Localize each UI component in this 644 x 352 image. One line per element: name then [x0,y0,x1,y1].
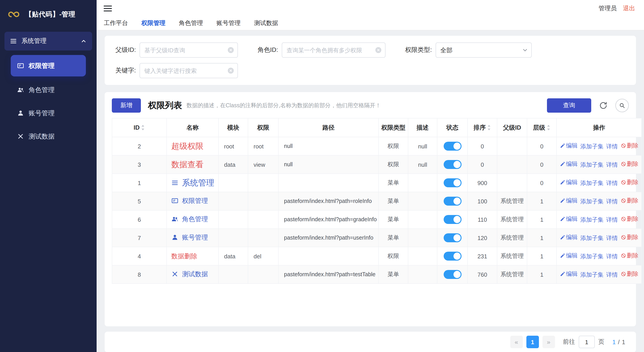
op-edit-link[interactable]: 编辑 [560,270,578,278]
op-detail-link[interactable]: 详情 [606,179,618,187]
op-add-child-link[interactable]: 添加子集 [580,271,604,279]
status-toggle-on[interactable] [444,215,461,224]
op-add-child-link[interactable]: 添加子集 [580,216,604,224]
op-add-child-link[interactable]: 添加子集 [580,198,604,206]
op-add-child-link[interactable]: 添加子集 [580,143,604,151]
cell-name: 超级权限 [166,137,218,155]
op-delete-link[interactable]: 删除 [620,160,638,168]
column-header-sort[interactable]: 排序 [468,118,497,137]
op-edit-link[interactable]: 编辑 [560,142,578,150]
goto-label: 前往 [563,338,575,346]
row-name[interactable]: 角色管理 [171,215,208,224]
op-delete-link[interactable]: 删除 [620,252,638,260]
cell-name: 系统管理 [166,174,218,192]
op-edit-link[interactable]: 编辑 [560,178,578,186]
column-header-parent: 父级ID [497,118,527,137]
clear-input-icon[interactable] [375,46,382,54]
sidebar-group-system[interactable]: 系统管理 [4,32,92,50]
status-toggle-on[interactable] [444,252,461,261]
row-name[interactable]: 数据删除 [171,252,197,260]
column-header-level[interactable]: 层级 [527,118,556,137]
row-name[interactable]: 权限管理 [171,197,208,205]
op-add-child-link[interactable]: 添加子集 [580,179,604,187]
op-add-child-link[interactable]: 添加子集 [580,161,604,169]
op-detail-link[interactable]: 详情 [606,216,618,224]
status-toggle-on[interactable] [444,142,461,151]
cell-id: 3 [112,155,166,174]
cell-level: 1 [527,210,556,229]
op-detail-link[interactable]: 详情 [606,234,618,242]
refresh-button[interactable] [596,99,610,112]
status-toggle-on[interactable] [444,197,461,206]
cell-perm [248,229,278,247]
status-toggle-on[interactable] [444,233,461,242]
column-header-id[interactable]: ID [112,118,166,137]
op-edit-link[interactable]: 编辑 [560,160,578,168]
pencil-icon [560,161,565,167]
row-name[interactable]: 数据查看 [171,159,204,170]
row-name[interactable]: 账号管理 [171,233,208,242]
keyword-label: 关键字: [116,67,136,75]
op-delete-link[interactable]: 删除 [620,197,638,205]
table-row: 6角色管理pasteform/index.html?path=gradeInfo… [112,210,642,229]
op-detail-link[interactable]: 详情 [606,161,618,169]
cell-name: 测试数据 [166,265,218,284]
tab-permissions[interactable]: 权限管理 [141,19,166,27]
op-detail-link[interactable]: 详情 [606,253,618,261]
search-button[interactable] [616,99,629,112]
row-name[interactable]: 系统管理 [171,177,214,188]
next-page-button[interactable]: » [542,336,555,348]
op-edit-link[interactable]: 编辑 [560,197,578,205]
status-toggle-on[interactable] [444,178,461,187]
tab-workbench[interactable]: 工作平台 [104,19,128,27]
page-1-button[interactable]: 1 [526,336,539,348]
row-name[interactable]: 测试数据 [171,270,208,279]
table-header-row: ID 名称 模块 权限 路径 权限类型 描述 状态 排序 父级ID 层级 操作 [112,118,642,137]
parent-id-input[interactable] [140,42,238,58]
sidebar-item-accounts[interactable]: 账号管理 [11,103,86,123]
keyword-input[interactable] [140,63,238,78]
tab-testdata[interactable]: 测试数据 [254,19,278,27]
collapse-sidebar-icon[interactable] [103,3,113,13]
cell-ops: 编辑添加子集详情删除 [556,137,642,155]
sidebar-item-permissions[interactable]: 权限管理 [11,55,86,76]
op-edit-link[interactable]: 编辑 [560,215,578,223]
op-delete-link[interactable]: 删除 [620,215,638,223]
tab-accounts[interactable]: 账号管理 [216,19,240,27]
op-delete-link[interactable]: 删除 [620,178,638,186]
prev-page-button[interactable]: « [510,336,522,348]
column-header-status: 状态 [437,118,468,137]
op-delete-link[interactable]: 删除 [620,142,638,150]
cell-path: pasteform/index.html?path=roleInfo [278,192,378,210]
op-add-child-link[interactable]: 添加子集 [580,234,604,242]
op-detail-link[interactable]: 详情 [606,271,618,279]
goto-page-input[interactable] [578,336,594,348]
op-detail-link[interactable]: 详情 [606,198,618,206]
cell-module [218,229,248,247]
pencil-icon [560,253,565,258]
column-header-path: 路径 [278,118,378,137]
op-edit-link[interactable]: 编辑 [560,233,578,241]
sidebar-item-testdata[interactable]: 测试数据 [11,126,86,146]
logout-link[interactable]: 退出 [623,4,635,12]
op-add-child-link[interactable]: 添加子集 [580,253,604,261]
content-area: 父级ID: 角色ID: 权限类型: [96,30,644,352]
op-detail-link[interactable]: 详情 [606,143,618,151]
sidebar-item-roles[interactable]: 角色管理 [11,80,86,100]
row-name[interactable]: 超级权限 [171,141,204,152]
perm-type-select[interactable]: 全部 [435,42,532,58]
add-button[interactable]: 新增 [112,98,141,113]
query-button[interactable]: 查询 [547,98,591,113]
op-edit-link[interactable]: 编辑 [560,252,578,260]
main-area: 管理员 退出 工作平台 权限管理 角色管理 账号管理 测试数据 父级ID: [96,0,644,352]
op-delete-link[interactable]: 删除 [620,270,638,278]
status-toggle-on[interactable] [444,160,461,169]
clear-input-icon[interactable] [227,67,234,74]
search-icon [619,102,625,109]
tab-roles[interactable]: 角色管理 [179,19,203,27]
role-id-input[interactable] [282,42,386,58]
op-delete-link[interactable]: 删除 [620,233,638,241]
clear-input-icon[interactable] [227,46,234,54]
status-toggle-on[interactable] [444,270,461,279]
x-icon [17,133,24,140]
